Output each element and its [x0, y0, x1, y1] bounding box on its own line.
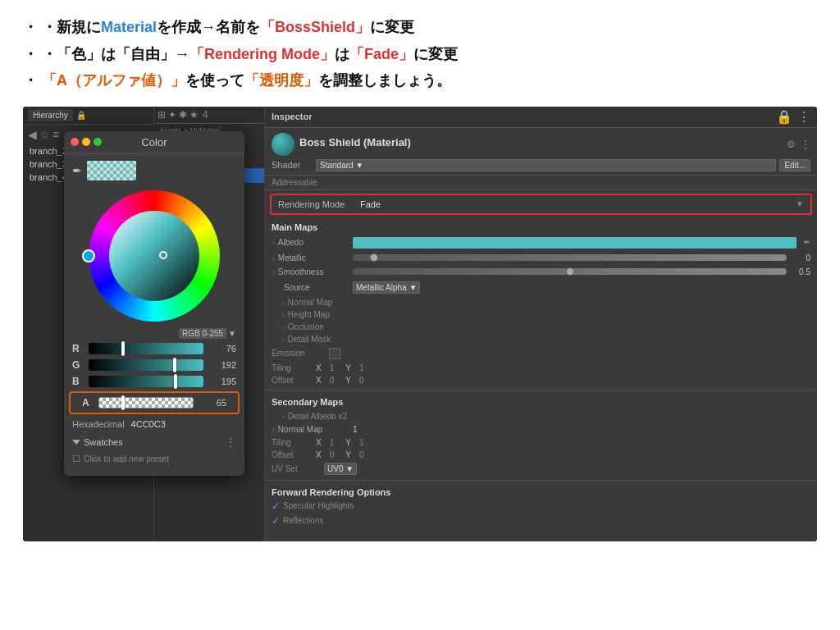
hex-value[interactable]: 4CC0C3 [131, 419, 166, 429]
a-slider-row: A 65 [74, 395, 235, 411]
r-slider-track[interactable] [89, 343, 203, 354]
b-slider-track[interactable] [89, 376, 203, 387]
offset-row: Offset X 0 Y 0 [265, 374, 817, 386]
lock-icon-inspector[interactable]: 🔒 [776, 109, 792, 125]
close-dot[interactable] [71, 138, 79, 146]
detail-mask-row: Detail Mask [265, 333, 817, 345]
tiling2-x-value: 1 [330, 438, 335, 447]
material-header: Boss Shield (Material) ⚙ ⋮ Shader Standa… [265, 128, 817, 176]
swatches-collapse-icon[interactable] [72, 440, 80, 445]
middle-icon4[interactable]: ★ [189, 109, 199, 121]
b-slider-thumb[interactable] [174, 374, 177, 389]
tiling-label: Tiling [272, 363, 313, 372]
maximize-dot[interactable] [94, 138, 102, 146]
add-preset-label: Click to add new preset [84, 454, 169, 463]
screenshot-area: Hierarchy 🔒 ◀ ☆ ≡ branch_2 branch_3 bran… [23, 107, 817, 541]
tiling-y-value: 1 [359, 363, 364, 372]
a-slider-track[interactable] [98, 397, 194, 409]
a-value: 65 [199, 398, 226, 408]
a-label: A [82, 397, 94, 409]
g-slider-thumb[interactable] [173, 358, 176, 372]
instruction-3-orange: 「A（アルファ値）」 [42, 72, 185, 89]
rgb-mode-dropdown-arrow: ▼ [228, 329, 236, 338]
emission-color-swatch[interactable] [329, 348, 340, 359]
shader-select[interactable]: Standard ▼ [316, 159, 776, 171]
hex-label: Hexadecimal [72, 419, 125, 429]
add-preset-checkbox[interactable]: ☐ [72, 454, 80, 464]
menu-icon-inspector[interactable]: ⋮ [797, 109, 810, 125]
color-wheel[interactable] [89, 190, 220, 322]
uv-set-label: UV Set [272, 464, 321, 473]
star-icon[interactable]: ☆ [39, 128, 50, 141]
inspector-header-icons: 🔒 ⋮ [776, 109, 810, 125]
source-dropdown[interactable]: Metallic Alpha ▼ [353, 281, 420, 294]
normal-map2-label: Normal Map [272, 425, 349, 434]
material-settings-icon[interactable]: ⚙ [787, 139, 796, 150]
metallic-slider[interactable] [353, 254, 787, 261]
albedo-color-swatch[interactable] [353, 237, 797, 249]
material-menu-icon[interactable]: ⋮ [801, 139, 810, 150]
swatches-menu-icon[interactable]: ⋮ [225, 436, 236, 449]
filter-icon[interactable]: ≡ [52, 128, 59, 141]
inspector-panel: Inspector 🔒 ⋮ Boss Shield (Material) ⚙ ⋮… [265, 107, 817, 541]
back-icon[interactable]: ◀ [28, 128, 37, 141]
middle-icon5: 4 [203, 109, 208, 121]
albedo-eyedropper-icon[interactable]: ✒ [803, 237, 810, 248]
eyedropper-icon[interactable]: ✒ [72, 164, 82, 177]
middle-icon1[interactable]: ⊞ [158, 109, 166, 121]
emission-label: Emission [272, 349, 329, 358]
main-maps-header: Main Maps [265, 218, 817, 235]
smoothness-slider[interactable] [353, 268, 787, 275]
rgb-mode-label[interactable]: RGB 0-255 [179, 328, 226, 339]
instruction-line2: ・「色」は「自由」→「Rendering Mode」は「Fade」に変更 [23, 42, 817, 67]
tiling-x-label: X [316, 363, 322, 372]
offset2-y-value: 0 [359, 450, 364, 459]
smoothness-slider-thumb[interactable] [566, 267, 574, 276]
uv-set-row: UV Set UV0 ▼ [265, 461, 817, 477]
color-wheel-container[interactable] [64, 184, 244, 326]
uv-set-select[interactable]: UV0 ▼ [324, 463, 357, 475]
metallic-value: 0 [790, 253, 810, 262]
middle-icon2[interactable]: ✦ [168, 109, 176, 121]
hierarchy-tab-label[interactable]: Hierarchy [28, 109, 73, 121]
reflections-label[interactable]: Reflections [283, 516, 323, 525]
offset2-x-value: 0 [330, 450, 335, 459]
instructions-section: ・新規にMaterialを作成→名前を「BossShield」に変更 ・「色」は… [0, 0, 840, 107]
tiling2-row: Tiling X 1 Y 1 [265, 436, 817, 449]
a-slider-thumb[interactable] [121, 395, 125, 410]
g-slider-track[interactable] [89, 359, 203, 371]
secondary-maps-header: Secondary Maps [265, 394, 817, 410]
g-slider-row: G 192 [64, 357, 244, 373]
instruction-line3: 「A（アルファ値）」を使って「透明度」を調整しましょう。 [23, 68, 817, 94]
normal-map2-value: 1 [353, 425, 358, 434]
inspector-header-label: Inspector [272, 112, 313, 121]
add-preset-row[interactable]: ☐ Click to add new preset [72, 452, 236, 466]
color-wheel-inner[interactable] [109, 211, 199, 301]
metallic-slider-thumb[interactable] [370, 253, 378, 262]
specular-label[interactable]: Specular Highlights [283, 501, 354, 510]
color-wheel-hue-selector[interactable] [82, 249, 95, 262]
instruction-2-suffix: に変更 [413, 46, 458, 62]
middle-icon3[interactable]: ✱ [179, 109, 187, 121]
specular-checkmark-icon: ✓ [272, 500, 280, 512]
minimize-dot[interactable] [82, 138, 90, 146]
swatches-section: Swatches ⋮ ☐ Click to add new preset [64, 432, 244, 468]
offset2-row: Offset X 0 Y 0 [265, 449, 817, 461]
rendering-mode-dropdown-icon[interactable]: ▼ [796, 199, 804, 208]
g-value: 192 [208, 360, 236, 370]
hex-row: Hexadecimal 4CC0C3 [64, 416, 244, 432]
swatches-label: Swatches [84, 437, 123, 447]
occlusion-row: Occlusion [265, 321, 817, 333]
instruction-2-mid: は [335, 46, 349, 62]
rendering-mode-row: Rendering Mode Fade ▼ [270, 194, 812, 215]
tiling2-label: Tiling [272, 438, 313, 447]
edit-shader-button[interactable]: Edit... [779, 159, 810, 171]
r-slider-thumb[interactable] [121, 341, 125, 356]
offset-y-value: 0 [359, 376, 364, 385]
reflections-checkmark-icon: ✓ [272, 515, 280, 527]
inspector-header-bar: Inspector 🔒 ⋮ [265, 107, 817, 128]
swatches-header[interactable]: Swatches ⋮ [72, 436, 236, 449]
tiling2-x-label: X [316, 438, 322, 447]
color-preview [87, 161, 136, 180]
tiling-row: Tiling X 1 Y 1 [265, 362, 817, 374]
